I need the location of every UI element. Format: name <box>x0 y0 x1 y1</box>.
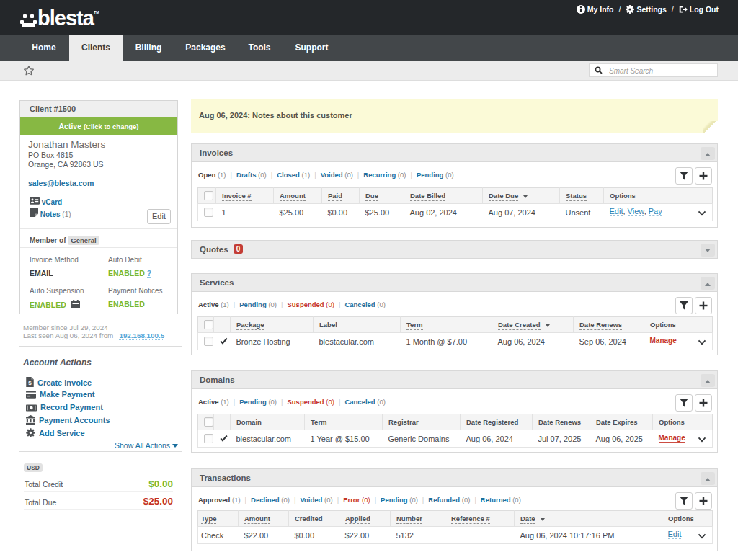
svg-text:$: $ <box>28 380 32 386</box>
